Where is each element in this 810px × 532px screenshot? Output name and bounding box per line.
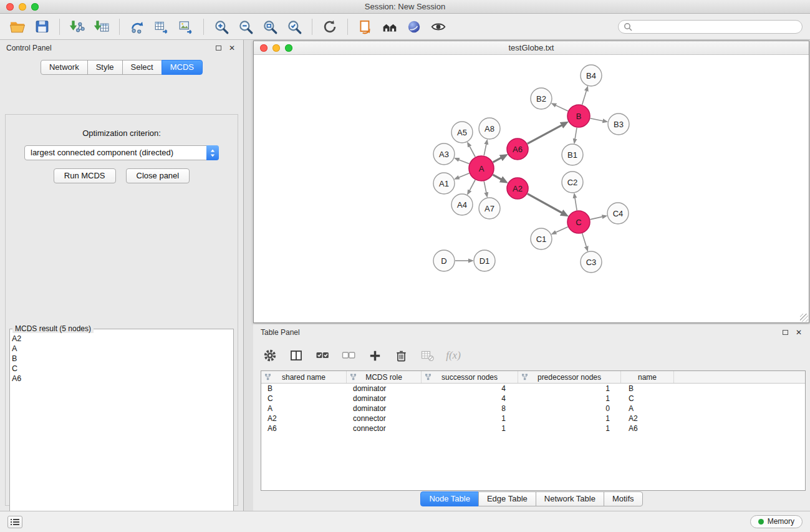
column-header-mcds-role[interactable]: MCDS role xyxy=(347,371,422,383)
table-cell-name[interactable]: B xyxy=(621,384,674,393)
column-header-name[interactable]: name xyxy=(621,371,674,383)
node-D1[interactable]: D1 xyxy=(474,250,495,271)
table-cell-pred[interactable]: 1 xyxy=(518,424,621,433)
node-A4[interactable]: A4 xyxy=(451,194,473,215)
mcds-result-item[interactable]: B xyxy=(12,354,233,364)
delete-table-icon[interactable] xyxy=(419,347,435,364)
node-A1[interactable]: A1 xyxy=(433,173,455,194)
mcds-result-item[interactable]: A6 xyxy=(12,374,233,384)
edge-A-A3[interactable] xyxy=(458,160,469,164)
table-cell-pred[interactable]: 1 xyxy=(518,414,621,423)
mcds-result-item[interactable]: C xyxy=(12,364,233,374)
table-row[interactable]: Bdominator41B xyxy=(261,384,805,394)
close-network-window-button[interactable] xyxy=(260,44,268,52)
tab-edge-table[interactable]: Edge Table xyxy=(478,491,536,506)
node-C2[interactable]: C2 xyxy=(562,172,583,193)
table-cell-succ[interactable]: 8 xyxy=(422,404,518,413)
snapshot-icon[interactable] xyxy=(355,17,375,37)
tab-network[interactable]: Network xyxy=(41,60,88,75)
edge-A-A2[interactable] xyxy=(493,175,501,180)
edge-B-B4[interactable] xyxy=(582,90,587,105)
table-cell-shared-name[interactable]: C xyxy=(261,394,347,403)
node-A8[interactable]: A8 xyxy=(479,118,500,139)
close-window-button[interactable] xyxy=(6,3,14,11)
edge-A-A5[interactable] xyxy=(470,146,475,157)
node-B1[interactable]: B1 xyxy=(562,144,583,165)
table-cell-role[interactable]: connector xyxy=(347,414,422,423)
table-cell-role[interactable]: connector xyxy=(347,424,422,433)
edge-C-C3[interactable] xyxy=(582,233,587,247)
table-cell-pred[interactable]: 1 xyxy=(518,384,621,393)
table-cell-shared-name[interactable]: B xyxy=(261,384,347,393)
deselect-all-icon[interactable] xyxy=(340,347,357,364)
export-table-icon[interactable] xyxy=(152,17,171,37)
edge-C-C2[interactable] xyxy=(575,198,577,211)
show-columns-icon[interactable] xyxy=(288,347,304,364)
mcds-result-item[interactable]: A2 xyxy=(12,334,233,344)
zoom-fit-icon[interactable] xyxy=(260,17,280,37)
edge-A-A4[interactable] xyxy=(470,180,475,191)
node-A5[interactable]: A5 xyxy=(451,122,473,143)
node-A2[interactable]: A2 xyxy=(507,178,528,199)
table-cell-pred[interactable]: 0 xyxy=(518,404,621,413)
table-cell-succ[interactable]: 1 xyxy=(422,424,518,433)
node-B2[interactable]: B2 xyxy=(531,88,552,109)
table-cell-shared-name[interactable]: A xyxy=(261,404,347,413)
edge-A-A8[interactable] xyxy=(484,144,486,156)
minimize-network-window-button[interactable] xyxy=(272,44,280,52)
close-panel-button[interactable]: Close panel xyxy=(126,168,190,183)
close-panel-icon[interactable]: ✕ xyxy=(227,43,237,53)
edge-A-A7[interactable] xyxy=(484,181,486,193)
open-session-icon[interactable] xyxy=(7,17,27,37)
run-mcds-button[interactable]: Run MCDS xyxy=(54,168,116,183)
show-graphics-icon[interactable] xyxy=(428,17,448,37)
refresh-layout-icon[interactable] xyxy=(320,17,340,37)
node-C3[interactable]: C3 xyxy=(581,251,602,273)
style-icon[interactable] xyxy=(404,17,424,37)
edge-C-C4[interactable] xyxy=(591,216,603,220)
import-network-icon[interactable] xyxy=(67,17,87,37)
node-B4[interactable]: B4 xyxy=(581,65,602,86)
edge-A6-B[interactable] xyxy=(528,125,562,143)
table-settings-icon[interactable] xyxy=(262,347,278,364)
function-builder-icon[interactable]: f(x) xyxy=(445,347,461,364)
node-B[interactable]: B xyxy=(567,105,590,127)
column-header-shared-name[interactable]: shared name xyxy=(261,371,347,383)
window-resize-handle[interactable] xyxy=(800,314,808,322)
tab-node-table[interactable]: Node Table xyxy=(420,491,479,506)
table-cell-name[interactable]: A2 xyxy=(621,414,674,423)
node-A7[interactable]: A7 xyxy=(479,198,500,219)
node-D[interactable]: D xyxy=(433,250,455,271)
close-table-panel-icon[interactable]: ✕ xyxy=(794,327,804,337)
edge-B-B2[interactable] xyxy=(556,105,568,111)
table-cell-succ[interactable]: 4 xyxy=(422,384,518,393)
table-cell-role[interactable]: dominator xyxy=(347,404,422,413)
tab-network-table[interactable]: Network Table xyxy=(536,491,604,506)
tab-mcds[interactable]: MCDS xyxy=(162,60,203,75)
edge-A2-C[interactable] xyxy=(528,194,562,213)
mcds-result-item[interactable]: A xyxy=(12,344,233,354)
table-cell-succ[interactable]: 4 xyxy=(422,394,518,403)
network-canvas[interactable]: B4B2BB3A5A8A6A3B1AC2A1A2A4A7C4CC1C3DD1 xyxy=(254,55,809,322)
node-C4[interactable]: C4 xyxy=(607,203,629,224)
search-input[interactable] xyxy=(635,22,797,31)
edge-B-B3[interactable] xyxy=(591,118,604,121)
float-table-panel-icon[interactable] xyxy=(780,327,790,337)
float-panel-icon[interactable] xyxy=(213,43,223,53)
edge-A-A6[interactable] xyxy=(493,158,502,162)
select-all-icon[interactable] xyxy=(314,347,330,364)
column-header-successor-nodes[interactable]: successor nodes xyxy=(422,371,518,383)
node-A3[interactable]: A3 xyxy=(433,143,455,165)
tab-style[interactable]: Style xyxy=(87,60,123,75)
panel-menu-button[interactable] xyxy=(7,516,22,528)
tab-select[interactable]: Select xyxy=(122,60,162,75)
table-row[interactable]: A2connector11A2 xyxy=(261,414,805,423)
import-table-icon[interactable] xyxy=(92,17,112,37)
memory-button[interactable]: Memory xyxy=(750,515,803,528)
edge-C-C1[interactable] xyxy=(556,227,568,233)
table-cell-name[interactable]: A xyxy=(621,404,674,413)
node-B3[interactable]: B3 xyxy=(608,114,629,135)
table-row[interactable]: Cdominator41C xyxy=(261,394,805,404)
export-network-icon[interactable] xyxy=(127,17,147,37)
table-cell-role[interactable]: dominator xyxy=(347,384,422,393)
